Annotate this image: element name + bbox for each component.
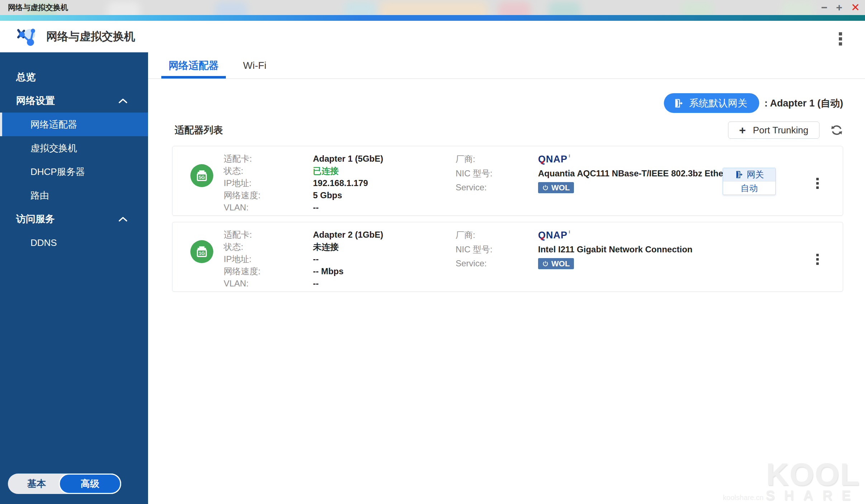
adapter-name-value: Adapter 1 (5GbE) <box>313 153 383 165</box>
main-panel: 网络适配器 Wi-Fi 系统默 <box>148 52 865 504</box>
power-icon <box>542 185 548 191</box>
adapter-1-menu-button[interactable] <box>815 176 820 190</box>
sidebar-group-label: 访问服务 <box>16 213 55 225</box>
content-area: 系统默认网关 : Adapter 1 (自动) 适配器列表 + Port Tru… <box>148 93 865 292</box>
field-label-nic-model: NIC 型号: <box>456 167 538 180</box>
field-label-speed: 网络速度: <box>224 265 313 277</box>
wol-label: WOL <box>551 181 570 194</box>
sidebar-item-route[interactable]: 路由 <box>0 184 148 207</box>
qnap-logo: QNAP <box>538 229 567 242</box>
field-label-status: 状态: <box>224 165 313 177</box>
ethernet-port-1g-icon: 1G <box>190 240 213 263</box>
system-default-gateway-button[interactable]: 系统默认网关 <box>664 93 759 113</box>
svg-text:5G: 5G <box>199 175 205 180</box>
plus-icon: + <box>739 124 746 136</box>
minimize-button[interactable]: − <box>821 1 828 14</box>
sidebar: 总览 网络设置 网络适配器 虚拟交换机 DHCP服务器 路由 <box>0 52 148 504</box>
adapter-name-value: Adapter 2 (1GbE) <box>313 229 383 241</box>
watermark-kool-text: KOOL <box>731 461 860 488</box>
port-trunking-label: Port Trunking <box>753 125 808 136</box>
page-title: 网络与虚拟交换机 <box>46 29 135 44</box>
tab-label: 网络适配器 <box>168 59 219 72</box>
adapter-hardware-fields: 厂商: QNAP NIC 型号: Intel I211 Gigabit Netw… <box>456 229 693 271</box>
sidebar-item-label: DHCP服务器 <box>30 166 85 178</box>
wol-badge[interactable]: WOL <box>538 258 574 269</box>
nic-model-value: Aquantia AQC111 NBase-T/IEEE 802.3bz Eth… <box>538 168 723 178</box>
window-title: 网络与虚拟交换机 <box>8 3 68 13</box>
taskbar-blur-blob <box>498 1 531 15</box>
refresh-button[interactable] <box>830 124 843 137</box>
field-label-vlan: VLAN: <box>224 277 313 290</box>
field-label-adapter: 适配卡: <box>224 153 313 165</box>
sidebar-item-ddns[interactable]: DDNS <box>0 231 148 255</box>
field-label-ip: IP地址: <box>224 253 313 265</box>
svg-text:1G: 1G <box>199 251 205 256</box>
chevron-up-icon <box>119 217 127 222</box>
auto-menu-label: 自动 <box>741 182 758 194</box>
window-titlebar[interactable]: 网络与虚拟交换机 − + ✕ <box>0 0 865 15</box>
tab-bar: 网络适配器 Wi-Fi <box>148 52 865 79</box>
gateway-button-label: 系统默认网关 <box>689 97 747 110</box>
power-icon <box>542 261 548 267</box>
taskbar-blur-blob <box>380 1 488 15</box>
tab-wifi[interactable]: Wi-Fi <box>236 52 274 79</box>
field-label-vlan: VLAN: <box>224 201 313 214</box>
field-label-adapter: 适配卡: <box>224 229 313 241</box>
gateway-door-icon <box>673 98 683 108</box>
adapter-vlan-value: -- <box>313 201 383 214</box>
sidebar-item-label: DDNS <box>30 237 57 248</box>
sidebar-group-network-settings[interactable]: 网络设置 <box>0 89 148 113</box>
mode-basic-button[interactable]: 基本 <box>8 474 65 494</box>
sidebar-item-label: 总览 <box>16 71 35 84</box>
adapter-vlan-value: -- <box>313 277 383 290</box>
sidebar-item-overview[interactable]: 总览 <box>0 65 148 89</box>
adapter-hardware-fields: 厂商: QNAP NIC 型号: Aquantia AQC111 NBase-T… <box>456 153 723 195</box>
sidebar-group-access-services[interactable]: 访问服务 <box>0 207 148 231</box>
sidebar-item-label: 网络适配器 <box>30 118 77 131</box>
gateway-menu-label: 网关 <box>747 169 764 180</box>
app-header: 网络与虚拟交换机 <box>0 21 865 52</box>
close-button[interactable]: ✕ <box>851 1 860 14</box>
tab-label: Wi-Fi <box>243 60 266 71</box>
taskbar-blur-blob <box>344 1 376 15</box>
wol-label: WOL <box>551 257 570 270</box>
ethernet-port-5g-icon: 5G <box>190 164 213 187</box>
qnap-logo: QNAP <box>538 153 567 166</box>
header-more-options-button[interactable] <box>837 31 843 47</box>
adapter-ip-value: 192.168.1.179 <box>313 177 383 189</box>
adapter-info-fields: 适配卡: Adapter 1 (5GbE) 状态: 已连接 IP地址: 192.… <box>224 153 383 214</box>
gateway-door-icon <box>735 170 743 179</box>
sidebar-item-label: 虚拟交换机 <box>30 142 77 154</box>
maximize-button[interactable]: + <box>836 1 842 14</box>
nic-model-value: Intel I211 Gigabit Network Connection <box>538 244 693 254</box>
sidebar-item-virtual-switch[interactable]: 虚拟交换机 <box>0 136 148 160</box>
mode-advanced-button[interactable]: 高级 <box>59 474 121 494</box>
taskbar-blur-blob <box>108 1 140 15</box>
accent-gradient-bar <box>0 15 865 21</box>
adapter-card-1: 5G 适配卡: Adapter 1 (5GbE) 状态: 已连接 IP地址: 1… <box>172 146 843 216</box>
adapter-ip-value: -- <box>313 253 383 265</box>
default-gateway-row: 系统默认网关 : Adapter 1 (自动) <box>172 93 843 113</box>
app-window: 网络与虚拟交换机 − + ✕ 网络与虚拟交换机 总览 <box>0 0 865 504</box>
watermark-site-text: koolshare.cn <box>723 494 764 502</box>
taskbar-blur-blob <box>215 1 247 15</box>
field-label-service: Service: <box>456 181 538 194</box>
adapter-status-value: 未连接 <box>313 241 383 253</box>
field-label-status: 状态: <box>224 241 313 253</box>
gateway-menu-item[interactable]: 网关 <box>723 168 775 181</box>
sidebar-item-dhcp-server[interactable]: DHCP服务器 <box>0 160 148 184</box>
wol-badge[interactable]: WOL <box>538 182 574 193</box>
field-label-nic-model: NIC 型号: <box>456 243 538 256</box>
auto-menu-item[interactable]: 自动 <box>723 181 775 195</box>
field-label-service: Service: <box>456 257 538 270</box>
mode-toggle: 基本 高级 <box>8 474 121 494</box>
port-trunking-button[interactable]: + Port Trunking <box>728 122 819 139</box>
field-label-vendor: 厂商: <box>456 229 538 242</box>
adapter-2-menu-button[interactable] <box>815 252 820 266</box>
adapter-status-value: 已连接 <box>313 165 383 177</box>
tab-network-adapter[interactable]: 网络适配器 <box>161 52 226 79</box>
sidebar-item-network-adapter[interactable]: 网络适配器 <box>0 113 148 136</box>
watermark-share-text: SHARE <box>766 488 860 503</box>
network-app-logo-icon <box>16 27 38 47</box>
field-label-vendor: 厂商: <box>456 153 538 166</box>
